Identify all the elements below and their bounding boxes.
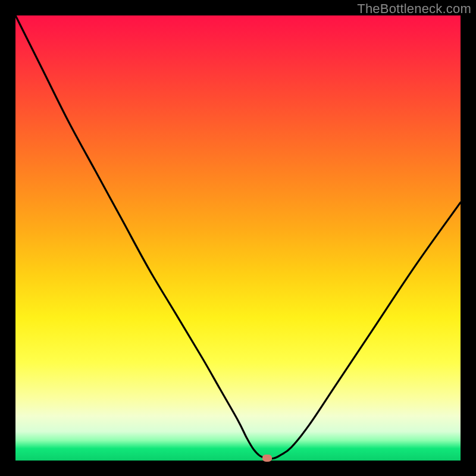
chart-frame: TheBottleneck.com bbox=[0, 0, 476, 476]
bottleneck-curve bbox=[15, 15, 461, 459]
optimal-point-marker bbox=[262, 455, 272, 462]
plot-area bbox=[15, 15, 461, 461]
curve-svg bbox=[15, 15, 461, 461]
watermark-text: TheBottleneck.com bbox=[357, 1, 471, 17]
